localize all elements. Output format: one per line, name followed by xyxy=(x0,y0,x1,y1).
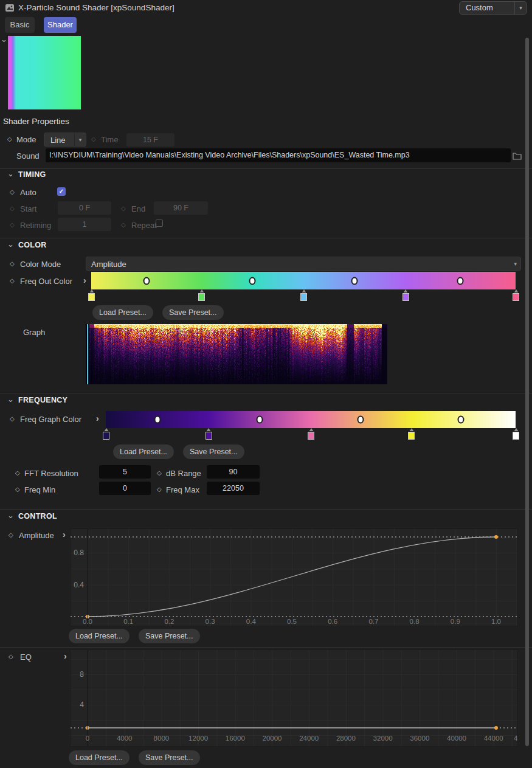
gradient-knot[interactable] xyxy=(299,289,308,301)
start-field[interactable]: 0 F xyxy=(58,201,111,215)
knot-color-swatch xyxy=(300,293,307,301)
gradient-knot[interactable] xyxy=(401,289,410,301)
expand-arrow-icon[interactable]: › xyxy=(83,276,86,285)
y-axis-line xyxy=(88,529,88,626)
amplitude-spline-editor[interactable]: 0.00.10.20.30.40.50.60.70.80.91.00.40.8 xyxy=(70,528,518,626)
gradient-knot[interactable] xyxy=(511,428,520,440)
section-header-timing[interactable]: TIMING xyxy=(18,170,46,179)
divider xyxy=(0,393,532,393)
gradient-knot-row xyxy=(106,428,516,441)
keyframe-diamond-icon[interactable]: ◇ xyxy=(157,485,162,494)
chevron-down-icon: ▾ xyxy=(74,133,86,146)
load-preset-button[interactable]: Load Preset... xyxy=(92,305,153,320)
gradient-midpoint-handle[interactable] xyxy=(457,277,464,285)
scrollbar-thumb[interactable] xyxy=(525,38,529,746)
gradient-knot[interactable] xyxy=(197,289,206,301)
preset-dropdown[interactable]: Custom ▾ xyxy=(459,1,527,15)
tab-shader[interactable]: Shader xyxy=(44,17,77,33)
spline-point[interactable] xyxy=(494,535,498,539)
keyframe-diamond-icon[interactable]: ◇ xyxy=(10,277,15,285)
auto-checkbox[interactable]: ✓ xyxy=(57,187,66,196)
freq-max-field[interactable]: 22050 xyxy=(207,482,260,495)
gradient-midpoint-handle[interactable] xyxy=(154,416,161,424)
gradient-midpoint-handle[interactable] xyxy=(256,416,263,424)
collapse-section-icon[interactable]: ⌄ xyxy=(7,241,14,247)
gradient-knot[interactable] xyxy=(407,428,416,440)
collapse-section-icon[interactable]: ⌄ xyxy=(7,171,14,177)
gradient-bar[interactable] xyxy=(91,272,516,289)
gradient-knot[interactable] xyxy=(204,428,213,440)
expand-arrow-icon[interactable]: › xyxy=(64,652,67,660)
save-preset-button[interactable]: Save Preset... xyxy=(183,445,244,459)
gradient-midpoint-handle[interactable] xyxy=(458,416,465,424)
collapse-section-icon[interactable]: ⌄ xyxy=(7,513,14,519)
section-header-control[interactable]: CONTROL xyxy=(18,512,57,521)
expand-arrow-icon[interactable]: › xyxy=(96,414,99,423)
end-label: End xyxy=(131,204,145,213)
gradient-knot[interactable] xyxy=(87,289,96,301)
keyframe-diamond-icon[interactable]: ◇ xyxy=(157,469,162,477)
check-icon: ✓ xyxy=(59,188,64,195)
y-tick-label: 8 xyxy=(71,670,84,679)
load-preset-button[interactable]: Load Preset... xyxy=(113,445,174,459)
db-range-label: dB Range xyxy=(166,469,201,478)
time-field[interactable]: 15 F xyxy=(126,133,174,147)
retiming-field[interactable]: 1 xyxy=(58,218,111,231)
end-field[interactable]: 90 F xyxy=(154,201,208,215)
keyframe-diamond-icon[interactable]: ◇ xyxy=(15,469,20,477)
gradient-knot[interactable] xyxy=(102,428,111,440)
keyframe-diamond-icon[interactable]: ◇ xyxy=(15,485,20,494)
tab-basic[interactable]: Basic xyxy=(5,17,35,33)
keyframe-diamond-icon[interactable]: ◇ xyxy=(10,415,15,423)
mode-dropdown[interactable]: Line ▾ xyxy=(44,133,86,147)
load-preset-button[interactable]: Load Preset... xyxy=(69,750,130,765)
x-tick-label-partial: 4 xyxy=(514,735,517,742)
section-header-color[interactable]: COLOR xyxy=(18,241,47,249)
eq-spline-editor[interactable]: 0400080001200016000200002400028000320003… xyxy=(70,649,518,747)
knot-color-swatch xyxy=(308,432,314,440)
keyframe-diamond-icon: ◇ xyxy=(91,135,96,144)
color-mode-dropdown[interactable]: Amplitude ▾ xyxy=(86,257,521,271)
gradient-knot[interactable] xyxy=(511,289,520,301)
expand-arrow-icon[interactable]: › xyxy=(63,530,66,539)
fft-resolution-field[interactable]: 5 xyxy=(99,465,151,479)
shader-thumbnail-icon xyxy=(5,3,15,13)
window-title: X-Particle Sound Shader [xpSoundShader] xyxy=(18,3,174,12)
db-range-field[interactable]: 90 xyxy=(207,465,260,479)
collapse-preview-icon[interactable]: ⌄ xyxy=(1,36,7,43)
chevron-down-icon: ▾ xyxy=(514,2,527,14)
gradient-midpoint-handle[interactable] xyxy=(351,277,358,285)
x-tick-label: 0.1 xyxy=(123,618,133,625)
y-tick-label: 0.8 xyxy=(71,548,84,557)
gradient-knot[interactable] xyxy=(306,428,316,440)
section-header-frequency[interactable]: FREQUENCY xyxy=(18,396,67,404)
start-label: Start xyxy=(20,204,36,213)
repeat-checkbox[interactable] xyxy=(156,220,163,227)
save-preset-button[interactable]: Save Preset... xyxy=(139,629,200,643)
gradient-midpoint-handle[interactable] xyxy=(249,277,256,285)
x-tick-label: 40000 xyxy=(447,735,466,742)
save-preset-button[interactable]: Save Preset... xyxy=(162,305,224,320)
keyframe-diamond-icon[interactable]: ◇ xyxy=(7,135,12,144)
sound-path-input[interactable]: I:\INSYDIUM\Training\Video Manuals\Exist… xyxy=(46,148,511,162)
amplitude-label: Amplitude xyxy=(19,531,54,540)
gradient-bar[interactable] xyxy=(106,411,516,428)
save-preset-button[interactable]: Save Preset... xyxy=(139,750,200,765)
spline-point[interactable] xyxy=(494,726,498,730)
browse-folder-button[interactable] xyxy=(512,150,522,161)
freq-min-field[interactable]: 0 xyxy=(99,482,151,495)
mode-label: Mode xyxy=(16,135,36,144)
keyframe-diamond-icon[interactable]: ◇ xyxy=(10,260,15,268)
x-tick-label: 0.9 xyxy=(451,618,460,625)
load-preset-button[interactable]: Load Preset... xyxy=(69,629,130,643)
shader-preview-swatch[interactable] xyxy=(8,36,81,109)
collapse-section-icon[interactable]: ⌄ xyxy=(7,396,14,403)
keyframe-diamond-icon[interactable]: ◇ xyxy=(10,188,15,196)
gradient-midpoint-handle[interactable] xyxy=(358,416,364,424)
keyframe-diamond-icon[interactable]: ◇ xyxy=(9,531,13,539)
freq-graph-color-label: Freq Graph Color xyxy=(20,415,81,424)
x-tick-label: 16000 xyxy=(226,735,245,742)
gradient-midpoint-handle[interactable] xyxy=(143,277,150,285)
sound-label: Sound xyxy=(16,151,40,161)
keyframe-diamond-icon[interactable]: ◇ xyxy=(9,652,13,661)
